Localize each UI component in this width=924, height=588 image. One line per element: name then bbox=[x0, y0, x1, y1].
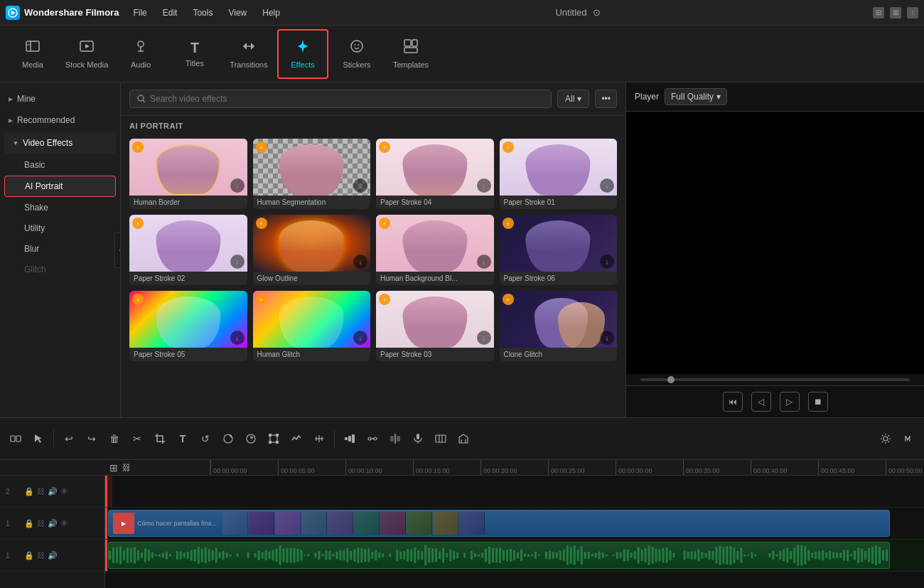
effect-card-paper-stroke-02[interactable]: ♦ ↓ Paper Stroke 02 bbox=[129, 215, 247, 285]
toolbar-stock-media[interactable]: Stock Media bbox=[61, 29, 112, 79]
color-button[interactable] bbox=[218, 429, 238, 449]
sidebar-collapse-button[interactable]: ‹ bbox=[114, 232, 121, 268]
redo-button[interactable]: ↪ bbox=[82, 429, 102, 449]
sidebar-recommended-section[interactable]: ▶ Recommended bbox=[0, 109, 120, 131]
effect-card-paper-stroke-06[interactable]: ♦ ↓ Paper Stroke 06 bbox=[500, 215, 618, 285]
eye-track-icon[interactable]: 👁 bbox=[60, 519, 68, 528]
download-icon[interactable]: ↓ bbox=[230, 331, 245, 345]
effect-card-paper-stroke-03[interactable]: ♦ ↓ Paper Stroke 03 bbox=[376, 291, 494, 361]
search-box[interactable] bbox=[129, 90, 552, 108]
lock-track-icon[interactable]: 🔒 bbox=[24, 519, 34, 528]
sidebar-video-effects-section[interactable]: ▼ Video Effects bbox=[4, 132, 116, 154]
transform-button[interactable] bbox=[264, 429, 284, 449]
download-icon[interactable]: ↓ bbox=[353, 255, 367, 269]
link-track-icon[interactable]: ⛓ bbox=[37, 487, 45, 496]
download-icon[interactable]: ↓ bbox=[230, 178, 245, 193]
snap-button[interactable] bbox=[6, 429, 26, 449]
sidebar-item-glitch[interactable]: Glitch bbox=[4, 260, 116, 279]
link-track-icon[interactable]: ⛓ bbox=[37, 519, 45, 528]
toolbar-transitions[interactable]: Transitions bbox=[223, 29, 274, 79]
frame-back-button[interactable]: ◁ bbox=[751, 392, 771, 412]
progress-scrubber[interactable] bbox=[640, 378, 910, 381]
effect-card-paper-stroke-04[interactable]: ♦ ↓ Paper Stroke 04 bbox=[376, 139, 494, 209]
download-icon[interactable]: ↓ bbox=[600, 331, 614, 345]
speed-button[interactable] bbox=[241, 429, 261, 449]
toolbar-audio[interactable]: Audio bbox=[115, 29, 166, 79]
scrubber-handle[interactable] bbox=[667, 376, 675, 383]
download-icon[interactable]: ↓ bbox=[600, 178, 614, 193]
menu-tools[interactable]: Tools bbox=[190, 6, 215, 19]
volume-track-icon[interactable]: 🔊 bbox=[48, 487, 58, 496]
sidebar-item-ai-portrait[interactable]: AI Portrait bbox=[4, 176, 116, 197]
step-back-button[interactable]: ⏮ bbox=[723, 392, 743, 412]
effect-card-paper-stroke-05[interactable]: ♦ ↓ Paper Stroke 05 bbox=[129, 291, 247, 361]
menu-file[interactable]: File bbox=[130, 6, 149, 19]
sidebar-mine-section[interactable]: ▶ Mine bbox=[0, 88, 120, 109]
toolbar-stickers[interactable]: Stickers bbox=[331, 29, 382, 79]
download-icon[interactable]: ↓ bbox=[477, 331, 491, 345]
zoom-in-timeline[interactable] bbox=[340, 429, 360, 449]
sidebar-item-utility[interactable]: Utility bbox=[4, 218, 116, 238]
effect-card-human-glitch[interactable]: ♦ ↓ Human Glitch bbox=[253, 291, 371, 361]
download-icon[interactable]: ↓ bbox=[477, 255, 491, 269]
filter-button[interactable]: All ▾ bbox=[557, 90, 589, 108]
menu-edit[interactable]: Edit bbox=[160, 6, 181, 19]
link-track-button[interactable]: ⛓ bbox=[122, 463, 131, 473]
download-icon[interactable]: ↓ bbox=[477, 178, 491, 193]
volume-track-icon[interactable]: 🔊 bbox=[48, 519, 58, 528]
eye-track-icon[interactable]: 👁 bbox=[60, 487, 68, 496]
link-track-icon[interactable]: ⛓ bbox=[37, 551, 45, 560]
download-icon[interactable]: ↓ bbox=[353, 331, 367, 345]
stabilize-button[interactable] bbox=[286, 429, 306, 449]
toolbar-templates[interactable]: Templates bbox=[385, 29, 436, 79]
menu-view[interactable]: View bbox=[225, 6, 249, 19]
download-icon[interactable]: ↓ bbox=[353, 178, 367, 193]
cut-button[interactable]: ✂ bbox=[127, 429, 147, 449]
audio-clip-1[interactable] bbox=[108, 542, 890, 569]
ai-button[interactable] bbox=[898, 429, 918, 449]
delete-button[interactable]: 🗑 bbox=[104, 429, 124, 449]
toolbar-titles[interactable]: T Titles bbox=[169, 29, 220, 79]
audio-fade-button[interactable] bbox=[309, 429, 329, 449]
lock-track-icon[interactable]: 🔒 bbox=[24, 551, 34, 560]
sidebar-item-basic[interactable]: Basic bbox=[4, 155, 116, 175]
effect-card-glow-outline[interactable]: ♦ ↓ Glow Outline bbox=[253, 215, 371, 285]
voice-button[interactable] bbox=[408, 429, 428, 449]
more-tools-button[interactable] bbox=[453, 429, 473, 449]
download-icon[interactable]: ↓ bbox=[230, 255, 245, 269]
main-video-clip[interactable]: ▶ Cómo hacer pantallas fina... bbox=[108, 510, 890, 537]
stop-button[interactable]: ⏹ bbox=[808, 392, 828, 412]
more-options-button[interactable]: ••• bbox=[595, 90, 617, 108]
quality-select[interactable]: Full Quality ▾ bbox=[665, 88, 727, 105]
svg-rect-267 bbox=[875, 545, 877, 565]
download-icon[interactable]: ↓ bbox=[600, 255, 614, 269]
crop-button[interactable] bbox=[150, 429, 170, 449]
text-button[interactable]: T bbox=[173, 429, 193, 449]
link-button[interactable] bbox=[362, 429, 382, 449]
add-track-button[interactable]: ⊞ bbox=[109, 462, 118, 474]
lock-track-icon[interactable]: 🔒 bbox=[24, 487, 34, 496]
select-button[interactable] bbox=[28, 429, 48, 449]
undo-button[interactable]: ↩ bbox=[59, 429, 79, 449]
effect-card-paper-stroke-01[interactable]: ♦ ↓ Paper Stroke 01 bbox=[500, 139, 618, 209]
minimize-button[interactable]: ⊟ bbox=[873, 7, 884, 18]
menu-help[interactable]: Help bbox=[259, 6, 283, 19]
svg-rect-158 bbox=[488, 547, 490, 565]
sidebar-item-blur[interactable]: Blur bbox=[4, 239, 116, 259]
rotate-button[interactable]: ↺ bbox=[195, 429, 215, 449]
effect-card-human-background-bi[interactable]: ♦ ↓ Human Background BI... bbox=[376, 215, 494, 285]
volume-track-icon[interactable]: 🔊 bbox=[48, 551, 58, 560]
search-input[interactable] bbox=[150, 94, 544, 104]
maximize-button[interactable]: ⊞ bbox=[890, 7, 901, 18]
scene-detect-button[interactable] bbox=[431, 429, 451, 449]
settings-button[interactable] bbox=[876, 429, 896, 449]
play-button[interactable]: ▷ bbox=[780, 392, 800, 412]
toolbar-effects[interactable]: Effects bbox=[277, 29, 328, 79]
split-button[interactable] bbox=[385, 429, 405, 449]
sidebar-item-shake[interactable]: Shake bbox=[4, 198, 116, 218]
effect-card-human-border[interactable]: ♦ ↓ Human Border bbox=[129, 139, 247, 209]
effect-card-clone-glitch[interactable]: ♦ ↓ Clone Glitch bbox=[500, 291, 618, 361]
export-button[interactable]: ↑ bbox=[907, 7, 918, 18]
toolbar-media[interactable]: Media bbox=[7, 29, 58, 79]
effect-card-human-segmentation[interactable]: ♦ ↓ Human Segmentation bbox=[253, 139, 371, 209]
